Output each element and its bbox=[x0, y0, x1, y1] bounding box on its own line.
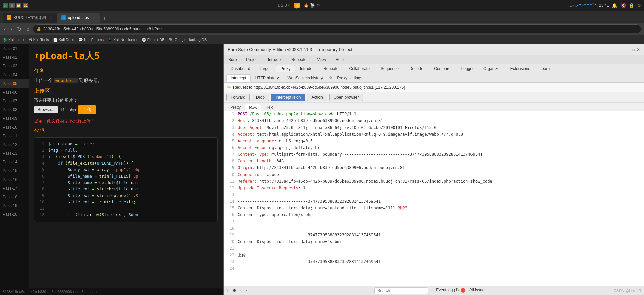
sidebar-item-pass05[interactable]: Pass-05 bbox=[0, 79, 29, 88]
sidebar-item-pass15[interactable]: Pass-15 bbox=[0, 166, 29, 175]
settings-footer-icon[interactable]: ⚙ bbox=[233, 288, 236, 293]
forward-nav-icon[interactable]: › bbox=[246, 288, 247, 293]
tab-decoder[interactable]: Decoder bbox=[405, 65, 429, 72]
sidebar-item-pass10[interactable]: Pass-10 bbox=[0, 123, 29, 132]
reload-button[interactable]: ↻ bbox=[16, 24, 23, 34]
tab-sequencer[interactable]: Sequencer bbox=[376, 65, 404, 72]
sidebar-item-pass08[interactable]: Pass-08 bbox=[0, 105, 29, 114]
tab-dashboard[interactable]: Dashboard bbox=[226, 65, 255, 72]
open-browser-button[interactable]: Open browser bbox=[329, 94, 363, 101]
settings-icon[interactable]: ⚙ bbox=[637, 3, 641, 8]
menu-help[interactable]: Help bbox=[333, 57, 346, 63]
sidebar-item-pass01[interactable]: Pass-01 bbox=[0, 44, 29, 53]
bookmark-google-hacking[interactable]: 🔍 Google Hacking DB bbox=[169, 38, 207, 42]
minimize-btn[interactable]: 🔔 bbox=[612, 3, 617, 8]
sidebar-item-pass07[interactable]: Pass-07 bbox=[0, 97, 29, 105]
tab-repeater[interactable]: Repeater bbox=[319, 65, 344, 72]
code-line-7: 7 $file_name = deldot($file_nam bbox=[38, 180, 214, 186]
sidebar-item-pass09[interactable]: Pass-09 bbox=[0, 114, 29, 123]
sidebar-item-pass11[interactable]: Pass-11 bbox=[0, 132, 29, 140]
tab-intruder[interactable]: Intruder bbox=[296, 65, 318, 72]
sidebar-item-pass06[interactable]: Pass-06 bbox=[0, 88, 29, 97]
bookmark-kali-forums[interactable]: 💬 Kali Forums bbox=[78, 38, 104, 42]
forward-button[interactable]: › bbox=[9, 24, 13, 33]
type-tab-raw[interactable]: Raw bbox=[245, 104, 261, 111]
help-icon[interactable]: ? bbox=[226, 288, 229, 293]
http-line-2: 2 Host: 813841fb-a5cb-442b-b839-dd5be638… bbox=[224, 118, 644, 125]
code-line-8: 8 $file_ext = strrchr($file_nam bbox=[38, 186, 214, 192]
file-manager-icon[interactable]: 📁 bbox=[16, 3, 21, 8]
bookmark-exploit-db[interactable]: 💀 Exploit-DB bbox=[142, 38, 165, 42]
network-graph bbox=[569, 3, 596, 8]
tab-btn-2[interactable]: 2 bbox=[281, 3, 283, 8]
tab-upload-favicon: 🌐 bbox=[61, 15, 66, 20]
sidebar-item-pass17[interactable]: Pass-17 bbox=[0, 184, 29, 193]
sidebar-item-pass20[interactable]: Pass-20 bbox=[0, 210, 29, 219]
address-bar[interactable]: 🔒 813841fb-a5cb-442b-b839-dd5be6389906.n… bbox=[33, 24, 641, 33]
menu-project[interactable]: Project bbox=[244, 57, 260, 63]
forward-button[interactable]: Forward bbox=[226, 94, 250, 101]
menu-burp[interactable]: Burp bbox=[226, 57, 239, 63]
new-tab-button[interactable]: + bbox=[100, 16, 109, 23]
burp-main: Intercept HTTP history WebSockets histor… bbox=[224, 73, 644, 286]
bookmark-kali-docs[interactable]: 📄 Kali Docs bbox=[53, 38, 75, 42]
http-line-3: 3 User-Agent: Mozilla/5.0 (X11; Linux x8… bbox=[224, 125, 644, 131]
tab-btn-3[interactable]: 3 bbox=[285, 3, 287, 8]
upload-button[interactable]: 上传 bbox=[78, 105, 96, 114]
sidebar-item-pass04[interactable]: Pass-04 bbox=[0, 70, 29, 79]
sidebar-item-pass03[interactable]: Pass-03 bbox=[0, 62, 29, 70]
browser-app-icon[interactable]: 🦊 bbox=[23, 3, 28, 8]
drop-button[interactable]: Drop bbox=[252, 94, 269, 101]
tab-websockets-history[interactable]: WebSockets history bbox=[284, 75, 327, 81]
sidebar: Pass-01 Pass-02 Pass-03 Pass-04 Pass-05 … bbox=[0, 44, 29, 288]
sidebar-item-pass14[interactable]: Pass-14 bbox=[0, 158, 29, 166]
type-tab-pretty[interactable]: Pretty bbox=[226, 104, 245, 111]
tab-buuctf[interactable]: 🔥 BUUCTF在线评测 ✕ bbox=[3, 13, 57, 23]
tab-btn-4[interactable]: 4 bbox=[288, 3, 291, 8]
close-burp[interactable]: ✕ bbox=[637, 47, 640, 52]
bookmark-kali-tools[interactable]: 🛠 Kali Tools bbox=[29, 38, 49, 42]
menu-intruder[interactable]: Intruder bbox=[266, 57, 284, 63]
tab-extensions[interactable]: Extensions bbox=[506, 65, 535, 72]
bookmark-kali-nethunter[interactable]: 📱 Kali NetHunter bbox=[108, 38, 138, 42]
sidebar-item-pass18[interactable]: Pass-18 bbox=[0, 193, 29, 201]
action-button[interactable]: Action bbox=[307, 94, 327, 101]
footer-tab-event-log[interactable]: Event log (1) ! bbox=[436, 288, 465, 293]
back-nav-icon[interactable]: ‹ bbox=[240, 288, 242, 293]
code-line-12: 12 if (!in_array($file_ext, $den bbox=[38, 212, 214, 218]
sidebar-item-pass19[interactable]: Pass-19 bbox=[0, 201, 29, 210]
sidebar-item-pass16[interactable]: Pass-16 bbox=[0, 175, 29, 184]
tab-comparer[interactable]: Comparer bbox=[430, 65, 456, 72]
menu-view[interactable]: View bbox=[315, 57, 328, 63]
home-button[interactable]: ⌂ bbox=[25, 24, 31, 33]
tab-intercept[interactable]: Intercept bbox=[226, 74, 251, 82]
back-button[interactable]: ‹ bbox=[3, 24, 7, 33]
tab-upload[interactable]: 🌐 upload-labs ✕ bbox=[57, 13, 100, 23]
tab-http-history[interactable]: HTTP history bbox=[251, 75, 283, 81]
tab-proxy-settings[interactable]: Proxy settings bbox=[333, 75, 366, 81]
intercept-on-button[interactable]: Intercept is on bbox=[271, 94, 305, 101]
tab-btn-1[interactable]: 1 bbox=[278, 3, 280, 8]
tab-target[interactable]: Target bbox=[255, 65, 275, 72]
sidebar-item-pass13[interactable]: Pass-13 bbox=[0, 149, 29, 158]
tab-proxy[interactable]: Proxy bbox=[276, 65, 295, 72]
new-tab-icon[interactable]: ⊞ bbox=[9, 3, 15, 8]
bookmark-kali-linux[interactable]: 🐉 Kali Linux bbox=[3, 38, 24, 42]
footer-tab-all-issues[interactable]: All issues bbox=[469, 288, 487, 293]
maximize-burp[interactable]: □ bbox=[632, 47, 635, 52]
search-input[interactable] bbox=[374, 287, 428, 294]
browser-toolbar: ‹ › ↻ ⌂ 🔒 813841fb-a5cb-442b-b839-dd5be6… bbox=[0, 23, 644, 35]
tab-logger[interactable]: Logger bbox=[457, 65, 478, 72]
browse-button[interactable]: Browse... bbox=[34, 106, 58, 113]
sidebar-item-pass02[interactable]: Pass-02 bbox=[0, 53, 29, 62]
minimize-burp[interactable]: ─ bbox=[627, 47, 630, 52]
tab-upload-close[interactable]: ✕ bbox=[92, 15, 96, 20]
volume-icon: 🔇 bbox=[620, 3, 626, 8]
tab-learn[interactable]: Learn bbox=[535, 65, 554, 72]
sidebar-item-pass12[interactable]: Pass-12 bbox=[0, 140, 29, 149]
tab-collaborator[interactable]: Collaborator bbox=[345, 65, 376, 72]
tab-buuctf-close[interactable]: ✕ bbox=[49, 15, 53, 20]
menu-repeater[interactable]: Repeater bbox=[289, 57, 310, 63]
type-tab-hex[interactable]: Hex bbox=[261, 104, 277, 111]
tab-organizer[interactable]: Organizer bbox=[479, 65, 505, 72]
